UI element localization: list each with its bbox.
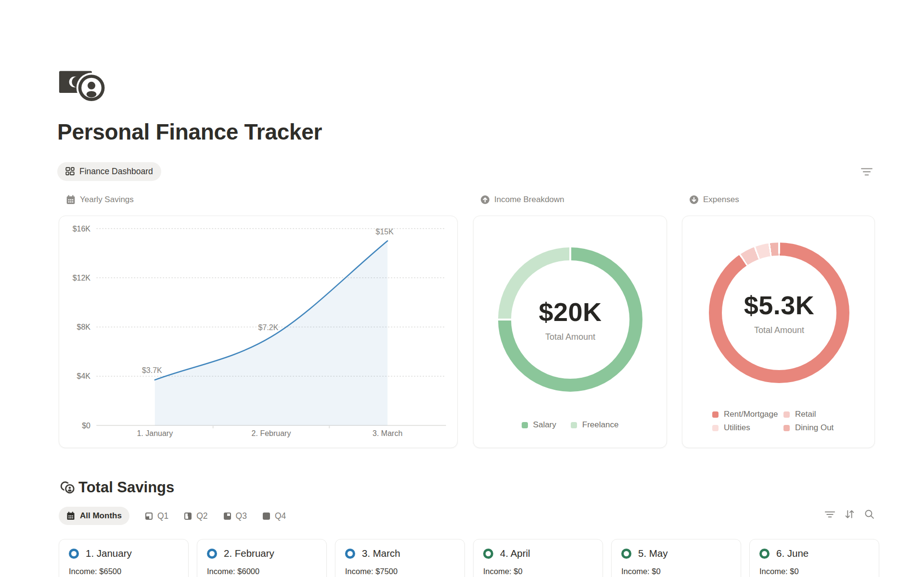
arrow-up-circle-icon — [480, 195, 490, 205]
expenses-chart-card: $5.3K Total Amount Rent/Mortgage Retail … — [682, 216, 875, 448]
legend-item-salary: Salary — [522, 420, 556, 430]
status-ring-icon — [621, 549, 631, 559]
svg-text:$15K: $15K — [376, 228, 394, 236]
month-title: 4. April — [500, 548, 530, 559]
svg-text:1. January: 1. January — [137, 429, 173, 437]
legend-item-rent: Rent/Mortgage — [712, 410, 783, 419]
q3-label: Q3 — [236, 511, 247, 521]
filter-icon[interactable] — [860, 166, 873, 178]
calendar-icon — [66, 195, 76, 205]
tab-q2[interactable]: Q2 — [184, 511, 207, 521]
month-title: 2. February — [224, 548, 274, 559]
filter-icon[interactable] — [824, 508, 835, 520]
status-ring-icon — [483, 549, 493, 559]
month-title: 3. March — [362, 548, 400, 559]
yearly-savings-title: Yearly Savings — [80, 195, 134, 205]
expenses-label: Expenses — [689, 195, 739, 205]
legend-item-freelance: Freelance — [571, 420, 619, 430]
q2-label: Q2 — [196, 511, 207, 521]
svg-text:$8K: $8K — [77, 323, 91, 331]
arrow-down-circle-icon — [689, 195, 699, 205]
calendar-icon — [66, 512, 75, 520]
retail-label: Retail — [795, 410, 816, 419]
utilities-swatch — [712, 425, 719, 431]
yearly-savings-chart: $0$4K$8K$12K$16K1. January2. February3. … — [59, 216, 458, 449]
month-card-april[interactable]: 4. April Income: $0 — [473, 539, 603, 577]
income-total-value: $20K — [539, 297, 602, 327]
tab-q4[interactable]: Q4 — [263, 511, 286, 521]
svg-text:$16K: $16K — [73, 225, 91, 233]
income-breakdown-chart-card: $20K Total Amount Salary Freelance — [473, 216, 667, 448]
finance-dashboard-tab[interactable]: Finance Dashboard — [57, 162, 161, 181]
month-cards-row: 1. January Income: $6500 2. February Inc… — [59, 539, 879, 577]
income-breakdown-title: Income Breakdown — [494, 195, 565, 205]
search-icon[interactable] — [863, 508, 875, 520]
month-income: Income: $0 — [621, 567, 731, 576]
salary-swatch — [522, 422, 528, 428]
income-breakdown-label: Income Breakdown — [480, 195, 565, 205]
retail-swatch — [783, 411, 790, 418]
svg-text:$7.2K: $7.2K — [258, 323, 279, 332]
freelance-label: Freelance — [582, 420, 619, 430]
yearly-savings-chart-card: $0$4K$8K$12K$16K1. January2. February3. … — [59, 216, 458, 448]
svg-text:2. February: 2. February — [252, 429, 291, 437]
rent-label: Rent/Mortgage — [724, 410, 778, 419]
rent-swatch — [712, 411, 719, 418]
q1-label: Q1 — [157, 511, 168, 521]
legend-item-dining: Dining Out — [783, 423, 834, 433]
tab-q1[interactable]: Q1 — [145, 511, 168, 521]
dashboard-grid-icon — [65, 167, 75, 176]
legend-item-retail: Retail — [783, 410, 834, 419]
finance-dashboard-label: Finance Dashboard — [79, 167, 153, 177]
expenses-donut-center: $5.3K Total Amount — [722, 256, 836, 370]
svg-text:$0: $0 — [82, 422, 90, 430]
freelance-swatch — [571, 422, 577, 428]
month-title: 5. May — [638, 548, 668, 559]
tab-q3[interactable]: Q3 — [224, 511, 247, 521]
quarter-1-icon — [145, 513, 153, 520]
expenses-total-label: Total Amount — [754, 325, 804, 335]
money-banknote-portrait-icon — [58, 66, 108, 102]
month-income: Income: $6500 — [69, 567, 179, 576]
status-ring-icon — [69, 549, 79, 559]
total-savings-heading: Total Savings — [78, 479, 174, 496]
dining-out-swatch — [783, 425, 790, 431]
page-title: Personal Finance Tracker — [57, 119, 322, 145]
month-income: Income: $0 — [483, 567, 593, 576]
personal-finance-tracker-page: Personal Finance Tracker Finance Dashboa… — [0, 0, 924, 577]
yearly-savings-label: Yearly Savings — [66, 195, 134, 205]
utilities-label: Utilities — [724, 423, 750, 433]
month-card-march[interactable]: 3. March Income: $7500 — [335, 539, 465, 577]
total-savings-tabs: All Months Q1 Q2 Q3 Q4 — [59, 507, 286, 525]
total-savings-controls — [824, 508, 875, 520]
expenses-total-value: $5.3K — [744, 290, 815, 320]
income-donut-center: $20K Total Amount — [511, 260, 629, 379]
month-card-may[interactable]: 5. May Income: $0 — [611, 539, 741, 577]
svg-text:$12K: $12K — [73, 274, 91, 282]
tab-all-months[interactable]: All Months — [59, 507, 129, 525]
sort-icon[interactable] — [844, 508, 855, 520]
coins-icon — [60, 481, 76, 495]
month-card-january[interactable]: 1. January Income: $6500 — [59, 539, 189, 577]
quarter-2-icon — [184, 513, 192, 520]
expenses-title: Expenses — [703, 195, 739, 205]
expenses-legend: Rent/Mortgage Retail Utilities Dining Ou… — [712, 410, 834, 433]
legend-item-utilities: Utilities — [712, 423, 783, 433]
quarter-4-icon — [263, 513, 270, 520]
month-income: Income: $6000 — [207, 567, 317, 576]
q4-label: Q4 — [275, 511, 286, 521]
month-card-february[interactable]: 2. February Income: $6000 — [197, 539, 327, 577]
income-legend: Salary Freelance — [474, 420, 667, 430]
expenses-donut-chart: $5.3K Total Amount — [709, 243, 849, 383]
month-title: 1. January — [86, 548, 132, 559]
salary-label: Salary — [533, 420, 556, 430]
svg-text:$4K: $4K — [77, 372, 91, 380]
status-ring-icon — [345, 549, 355, 559]
quarter-3-icon — [224, 513, 231, 520]
status-ring-icon — [207, 549, 217, 559]
month-income: Income: $0 — [759, 567, 869, 576]
dining-out-label: Dining Out — [795, 423, 834, 433]
month-title: 6. June — [776, 548, 808, 559]
month-card-june[interactable]: 6. June Income: $0 — [749, 539, 879, 577]
month-income: Income: $7500 — [345, 567, 455, 576]
